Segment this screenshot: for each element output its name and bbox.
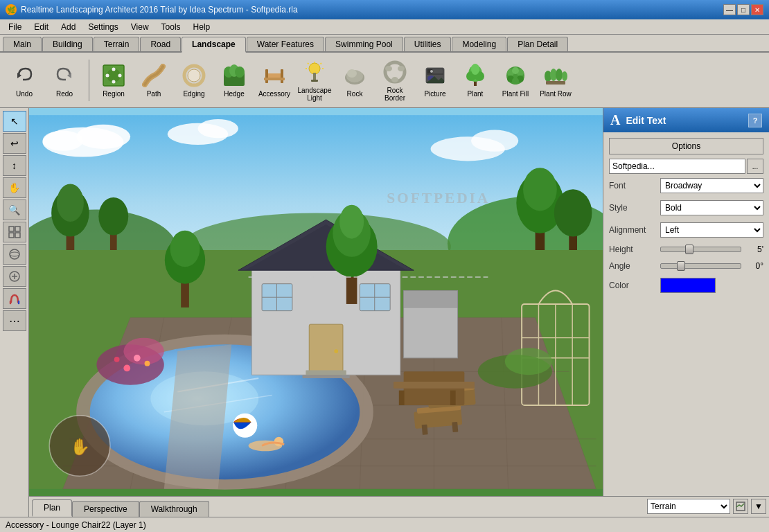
redo-label: Redo [56,90,73,98]
picture-button[interactable]: Picture [416,57,454,104]
plant-row-button[interactable]: Plant Row [537,57,574,104]
svg-point-62 [10,249,19,259]
redo-button[interactable]: Redo [46,57,83,104]
plant-fill-button[interactable]: Plant Fill [497,57,534,104]
path-button[interactable]: Path [135,57,173,104]
browse-button[interactable]: ... [747,159,763,174]
options-button[interactable]: Options [609,138,763,154]
menu-file[interactable]: File [3,21,27,33]
menu-view[interactable]: View [125,21,154,33]
svg-point-13 [235,66,245,78]
rock-border-button[interactable]: Rock Border [376,57,414,104]
svg-line-22 [321,63,322,64]
tab-modeling[interactable]: Modeling [452,37,506,51]
landscape-light-button[interactable]: Landscape Light [296,57,333,104]
picture-icon [422,62,448,89]
tab-plan[interactable]: Plan [32,499,72,517]
title-bar: 🌿 Realtime Landscaping Architect 2016 Tr… [0,0,769,19]
svg-point-156 [114,357,120,362]
svg-rect-118 [394,382,475,389]
svg-point-4 [112,68,116,71]
landscape-toolbar: Undo Redo Region Path Edging [0,53,769,108]
undo-tool-button[interactable]: ↩ [3,133,26,154]
tab-perspective[interactable]: Perspective [72,501,139,517]
svg-rect-113 [422,425,428,435]
alignment-label: Alignment [609,225,657,235]
tab-water-features[interactable]: Water Features [247,37,324,51]
landscape-light-icon [301,59,328,85]
region-button[interactable]: Region [95,57,132,104]
tab-terrain[interactable]: Terrain [94,37,140,51]
style-label: Style [609,203,657,213]
svg-point-36 [430,70,433,73]
svg-text:✋: ✋ [70,437,91,456]
tab-plan-detail[interactable]: Plan Detail [507,37,568,51]
height-slider[interactable] [660,247,741,252]
minimize-button[interactable]: — [723,4,736,15]
svg-point-131 [334,349,338,353]
terrain-expand-button[interactable]: ▼ [751,499,766,514]
svg-point-31 [398,66,405,71]
plant-button[interactable]: Plant [457,57,494,104]
rock-button[interactable]: Rock [336,57,373,104]
add-tool-button[interactable] [3,266,26,287]
tab-building[interactable]: Building [42,37,93,51]
resize-tool-button[interactable]: ↕ [3,155,26,176]
plant-row-label: Plant Row [540,90,572,98]
undo-button[interactable]: Undo [6,57,43,104]
tab-main[interactable]: Main [3,37,42,51]
viewport[interactable]: SOFTPEDIA ✋ [29,108,603,496]
height-label: Height [609,245,657,254]
svg-point-152 [505,348,552,375]
svg-point-150 [123,338,163,365]
tab-road[interactable]: Road [140,37,181,51]
more-tool-button[interactable]: ⋯ [3,310,26,331]
font-label: Font [609,181,657,190]
svg-point-28 [347,69,357,78]
undo-icon [11,62,37,89]
angle-slider[interactable] [660,263,741,269]
panel-header: A Edit Text ? [603,108,769,132]
svg-point-155 [145,361,150,366]
hedge-button[interactable]: Hedge [215,57,253,104]
color-swatch[interactable] [660,278,716,293]
grid-tool-button[interactable] [3,222,26,242]
svg-point-6 [112,80,116,84]
font-select[interactable]: Broadway [660,178,763,193]
text-value-input[interactable] [609,159,745,174]
tab-utilities[interactable]: Utilities [404,37,452,51]
tab-swimming-pool[interactable]: Swimming Pool [325,37,403,51]
pan-tool-button[interactable]: ✋ [3,177,26,198]
svg-point-72 [42,131,82,151]
panel-help-button[interactable]: ? [748,114,762,127]
svg-rect-15 [265,69,268,83]
accessory-button[interactable]: Accessory [256,57,293,104]
svg-point-5 [118,74,122,78]
style-select[interactable]: Bold [660,200,763,215]
tab-landscape[interactable]: Landscape [182,37,246,53]
edging-button[interactable]: Edging [175,57,213,104]
svg-point-52 [512,78,519,85]
accessory-icon [261,62,288,89]
orbit-tool-button[interactable] [3,244,26,265]
svg-point-153 [134,355,141,362]
terrain-dropdown[interactable]: Terrain [647,499,730,514]
menu-edit[interactable]: Edit [28,21,54,33]
svg-rect-60 [9,233,14,238]
zoom-tool-button[interactable]: 🔍 [3,200,26,220]
menu-tools[interactable]: Tools [156,21,186,33]
hedge-icon [221,62,247,89]
rock-icon [342,62,368,89]
menu-add[interactable]: Add [55,21,81,33]
maximize-button[interactable]: □ [737,4,750,15]
redo-icon [51,62,78,89]
terrain-view-button[interactable] [733,499,748,514]
select-tool-button[interactable]: ↖ [3,111,26,132]
alignment-select[interactable]: Left [660,222,763,238]
tab-walkthrough[interactable]: Walkthrough [139,501,209,517]
menu-help[interactable]: Help [188,21,216,33]
menu-settings[interactable]: Settings [82,21,123,33]
magnet-tool-button[interactable] [3,288,26,309]
edit-text-icon: A [610,112,620,128]
close-button[interactable]: ✕ [751,4,763,15]
